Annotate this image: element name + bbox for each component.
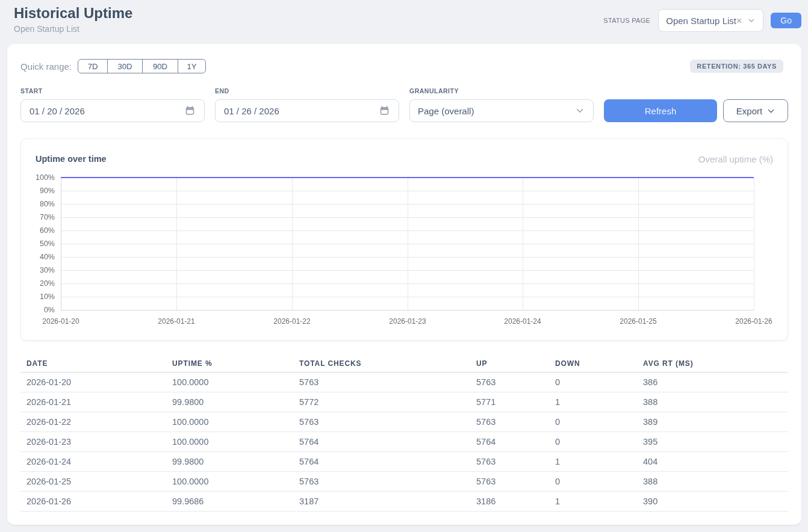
table-cell: 5763 <box>293 412 470 432</box>
axis-tick-label: 20% <box>40 279 55 288</box>
page-header: Historical Uptime Open Startup List STAT… <box>0 0 808 44</box>
end-label: END <box>215 87 399 95</box>
table-cell: 3187 <box>293 492 470 512</box>
table-cell: 2026-01-21 <box>20 392 166 412</box>
granularity-select-wrap: Page (overall) <box>409 99 594 122</box>
clear-selection-icon[interactable]: × <box>736 16 742 26</box>
table-cell: 389 <box>637 412 788 432</box>
axis-tick-label: 2026-01-23 <box>389 317 426 326</box>
go-button[interactable]: Go <box>771 13 801 28</box>
granularity-label: GRANULARITY <box>409 87 594 95</box>
start-label: START <box>20 87 205 95</box>
table-row: 2026-01-2199.9800577257711388 <box>20 392 788 412</box>
chevron-down-icon <box>748 17 755 24</box>
table-cell: 2026-01-22 <box>20 412 166 432</box>
table-cell: 386 <box>637 373 788 392</box>
table-cell: 100.0000 <box>166 373 293 392</box>
table-cell: 3186 <box>470 492 549 512</box>
quick-range-7d-button[interactable]: 7D <box>78 59 108 73</box>
table-header-row: DATEUPTIME %TOTAL CHECKSUPDOWNAVG RT (MS… <box>20 356 788 373</box>
retention-badge: RETENTION: 365 DAYS <box>690 60 783 73</box>
axis-tick-label: 50% <box>40 240 55 248</box>
table-cell: 100.0000 <box>166 412 293 432</box>
main-card: Quick range: 7D30D90D1Y RETENTION: 365 D… <box>7 44 801 525</box>
column-header: UP <box>470 356 549 373</box>
table-cell: 5763 <box>470 452 549 472</box>
table-cell: 390 <box>637 492 788 512</box>
chart-right-label: Overall uptime (%) <box>698 154 773 164</box>
table-cell: 1 <box>549 452 637 472</box>
quick-range-label: Quick range: <box>20 61 72 72</box>
table-cell: 100.0000 <box>166 472 293 492</box>
chart-header: Uptime over time Overall uptime (%) <box>21 139 788 164</box>
export-button-label: Export <box>736 106 762 116</box>
table-cell: 5771 <box>470 392 549 412</box>
granularity-field-group: GRANULARITY Page (overall) <box>409 87 594 122</box>
status-page-select[interactable]: Open Startup List × <box>658 9 763 32</box>
page-title: Historical Uptime <box>14 5 132 22</box>
table-row: 2026-01-2499.9800576457631404 <box>20 452 788 472</box>
axis-tick-label: 80% <box>40 200 55 208</box>
table-cell: 388 <box>637 472 788 492</box>
table-cell: 1 <box>549 492 637 512</box>
axis-tick-label: 100% <box>36 173 55 182</box>
quick-range-90d-button[interactable]: 90D <box>142 59 178 73</box>
start-date-input[interactable]: 01 / 20 / 2026 <box>20 99 205 122</box>
table-cell: 0 <box>549 432 637 452</box>
table-cell: 5763 <box>470 412 549 432</box>
chevron-down-icon <box>767 107 775 115</box>
table-row: 2026-01-22100.0000576357630389 <box>20 412 788 432</box>
uptime-chart: 100%90%80%70%60%50%40%30%20%10%0%2026-01… <box>34 170 788 335</box>
table-cell: 5763 <box>293 373 470 392</box>
axis-tick-label: 2026-01-20 <box>42 317 79 326</box>
column-header: TOTAL CHECKS <box>293 356 470 373</box>
filters-row: START 01 / 20 / 2026 END 01 / 26 / 2026 <box>20 87 788 122</box>
quick-range-row: Quick range: 7D30D90D1Y RETENTION: 365 D… <box>20 59 788 73</box>
table-cell: 100.0000 <box>166 432 293 452</box>
chart-panel: Uptime over time Overall uptime (%) 100%… <box>20 138 788 341</box>
calendar-icon[interactable] <box>185 107 194 116</box>
table-cell: 2026-01-23 <box>20 432 166 452</box>
table-cell: 395 <box>637 432 788 452</box>
quick-range-30d-button[interactable]: 30D <box>107 59 143 73</box>
table-cell: 404 <box>637 452 788 472</box>
calendar-icon[interactable] <box>380 107 389 116</box>
table-row: 2026-01-23100.0000576457640395 <box>20 432 788 452</box>
table-cell: 2026-01-25 <box>20 472 166 492</box>
table-cell: 99.9686 <box>166 492 293 512</box>
column-header: DOWN <box>549 356 637 373</box>
table-cell: 2026-01-20 <box>20 373 166 392</box>
table-row: 2026-01-25100.0000576357630388 <box>20 472 788 492</box>
column-header: AVG RT (MS) <box>637 356 788 373</box>
table-cell: 5772 <box>293 392 470 412</box>
table-cell: 0 <box>549 472 637 492</box>
refresh-button[interactable]: Refresh <box>604 99 717 122</box>
axis-tick-label: 70% <box>40 213 55 221</box>
export-button[interactable]: Export <box>723 99 788 122</box>
actions-group: Refresh Export <box>604 99 788 122</box>
end-date-input[interactable]: 01 / 26 / 2026 <box>215 99 399 122</box>
table-cell: 5764 <box>470 432 549 452</box>
axis-tick-label: 90% <box>40 187 55 195</box>
quick-range-1y-button[interactable]: 1Y <box>178 59 206 73</box>
table-cell: 5764 <box>293 452 470 472</box>
table-cell: 99.9800 <box>166 452 293 472</box>
table-cell: 5763 <box>293 472 470 492</box>
column-header: DATE <box>20 356 166 373</box>
axis-tick-label: 2026-01-22 <box>273 317 311 326</box>
chart-title: Uptime over time <box>36 154 107 164</box>
column-header: UPTIME % <box>166 356 293 373</box>
axis-tick-label: 2026-01-21 <box>158 317 195 326</box>
end-field-group: END 01 / 26 / 2026 <box>215 87 399 122</box>
axis-tick-label: 2026-01-25 <box>620 317 657 326</box>
table-cell: 99.9800 <box>166 392 293 412</box>
end-date-value: 01 / 26 / 2026 <box>224 106 279 116</box>
header-controls: STATUS PAGE Open Startup List × Go <box>603 9 801 32</box>
axis-tick-label: 2026-01-24 <box>504 317 541 326</box>
table-cell: 5763 <box>470 373 549 392</box>
title-block: Historical Uptime Open Startup List <box>14 5 132 34</box>
axis-tick-label: 2026-01-26 <box>735 317 772 326</box>
granularity-select[interactable]: Page (overall) <box>409 99 594 122</box>
axis-tick-label: 60% <box>40 226 55 235</box>
axis-tick-label: 30% <box>40 266 55 274</box>
